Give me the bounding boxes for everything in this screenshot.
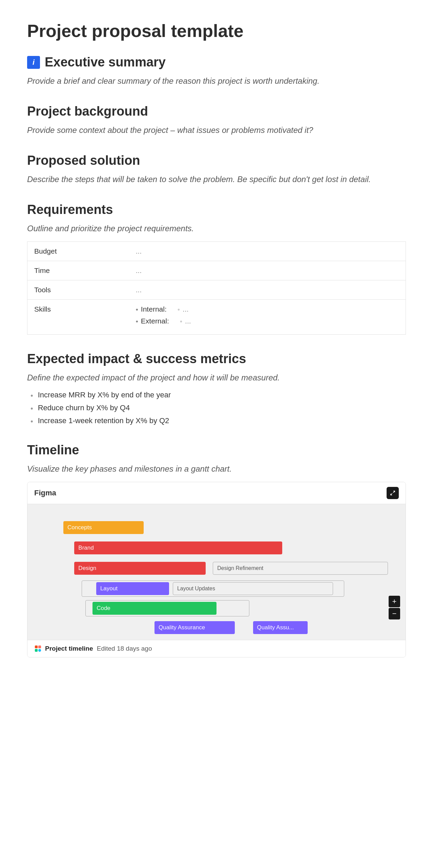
- requirements-heading: Requirements: [27, 202, 406, 217]
- timeline-description: Visualize the key phases and milestones …: [27, 463, 406, 475]
- requirement-value: ...: [129, 261, 406, 280]
- expand-icon: [390, 490, 396, 496]
- project-background-description: Provide some context about the project –…: [27, 124, 406, 136]
- section-expected-impact: Expected impact & success metrics Define…: [27, 352, 406, 426]
- figma-title: Figma: [34, 489, 56, 497]
- requirement-label: Tools: [27, 280, 129, 300]
- table-row: Skills Internal: ... External: ...: [27, 300, 406, 335]
- zoom-in-button[interactable]: +: [389, 596, 400, 607]
- executive-summary-heading: i Executive summary: [27, 55, 406, 70]
- svg-rect-0: [35, 646, 38, 648]
- requirement-label: Skills: [27, 300, 129, 335]
- expected-impact-heading: Expected impact & success metrics: [27, 352, 406, 366]
- requirement-label: Time: [27, 261, 129, 280]
- expected-impact-description: Define the expected impact of the projec…: [27, 372, 406, 384]
- zoom-controls: + −: [389, 596, 400, 619]
- zoom-out-button[interactable]: −: [389, 608, 400, 619]
- figma-footer: Project timeline Edited 18 days ago: [27, 640, 406, 657]
- requirement-skills-value: Internal: ... External: ...: [129, 300, 406, 335]
- requirement-value: ...: [129, 280, 406, 300]
- figma-embed: Figma ConceptsBrandDesignDesign Refineme…: [27, 482, 406, 657]
- svg-rect-1: [38, 646, 41, 648]
- figma-content: ConceptsBrandDesignDesign RefinementLayo…: [27, 504, 406, 640]
- section-requirements: Requirements Outline and prioritize the …: [27, 202, 406, 335]
- figma-header: Figma: [27, 482, 406, 504]
- list-item: Reduce churn by X% by Q4: [30, 403, 406, 413]
- table-row: Time ...: [27, 261, 406, 280]
- gantt-bar-quality-assurance: Quality Assurance: [154, 621, 235, 634]
- figma-footer-text: Project timeline Edited 18 days ago: [45, 645, 152, 652]
- figma-expand-button[interactable]: [387, 487, 399, 499]
- gantt-bar-brand: Brand: [74, 541, 282, 554]
- requirement-label: Budget: [27, 242, 129, 261]
- svg-point-3: [38, 649, 41, 652]
- gantt-chart: ConceptsBrandDesignDesign RefinementLayo…: [34, 514, 399, 630]
- gantt-bar-quality-assurance-2: Quality Assu...: [253, 621, 308, 634]
- section-proposed-solution: Proposed solution Describe the steps tha…: [27, 153, 406, 185]
- requirements-table: Budget ... Time ... Tools ... Skills Int…: [27, 241, 406, 335]
- table-row: Budget ...: [27, 242, 406, 261]
- figma-footer-meta: Edited 18 days ago: [97, 645, 152, 652]
- svg-rect-2: [35, 649, 38, 652]
- requirements-description: Outline and prioritize the project requi…: [27, 222, 406, 235]
- project-background-heading: Project background: [27, 104, 406, 119]
- gantt-bar-design: Design: [74, 562, 205, 575]
- section-timeline: Timeline Visualize the key phases and mi…: [27, 443, 406, 657]
- section-executive-summary: i Executive summary Provide a brief and …: [27, 55, 406, 87]
- table-row: Tools ...: [27, 280, 406, 300]
- executive-summary-title: Executive summary: [45, 55, 166, 70]
- executive-summary-description: Provide a brief and clear summary of the…: [27, 75, 406, 87]
- gantt-code-container: [85, 600, 249, 616]
- proposed-solution-description: Describe the steps that will be taken to…: [27, 173, 406, 185]
- info-icon: i: [27, 56, 40, 69]
- timeline-heading: Timeline: [27, 443, 406, 457]
- gantt-layout-container: [82, 580, 344, 597]
- proposed-solution-heading: Proposed solution: [27, 153, 406, 168]
- section-project-background: Project background Provide some context …: [27, 104, 406, 136]
- list-item: Increase 1-week retention by X% by Q2: [30, 416, 406, 426]
- gantt-bar-design-refinement: Design Refinement: [213, 562, 388, 575]
- list-item: Increase MRR by X% by end of the year: [30, 391, 406, 400]
- figma-footer-icon: [34, 645, 42, 652]
- page-title: Project proposal template: [27, 20, 406, 41]
- impact-bullet-list: Increase MRR by X% by end of the yearRed…: [27, 391, 406, 426]
- gantt-bar-concepts: Concepts: [63, 521, 144, 534]
- requirement-value: ...: [129, 242, 406, 261]
- figma-footer-title: Project timeline: [45, 645, 93, 652]
